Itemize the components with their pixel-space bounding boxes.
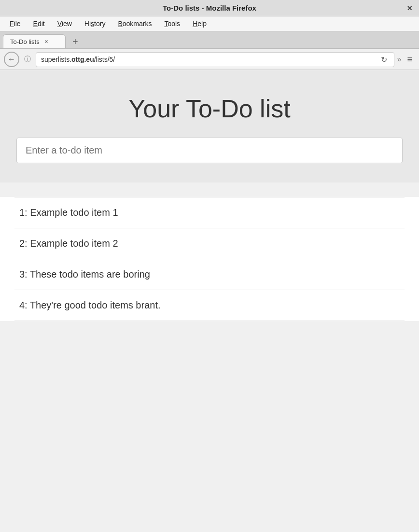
tab-todo-lists[interactable]: To-Do lists × bbox=[3, 34, 66, 48]
page-header: Your To-Do list bbox=[0, 70, 419, 182]
todo-item: 2: Example todo item 2 bbox=[14, 228, 405, 259]
todo-item: 4: They're good todo items brant. bbox=[14, 290, 405, 321]
window-title: To-Do lists - Mozilla Firefox bbox=[163, 4, 256, 12]
todo-item: 3: These todo items are boring bbox=[14, 259, 405, 290]
menu-bar: File Edit View History Bookmarks Tools H… bbox=[0, 16, 419, 31]
url-display: superlists.ottg.eu/lists/5/ bbox=[41, 56, 376, 63]
tab-bar: To-Do lists × + bbox=[0, 31, 419, 49]
forward-button[interactable]: » bbox=[397, 55, 402, 64]
hamburger-menu-icon[interactable]: ≡ bbox=[404, 55, 415, 65]
menu-tools[interactable]: Tools bbox=[159, 18, 185, 29]
todo-list: 1: Example todo item 12: Example todo it… bbox=[0, 197, 419, 321]
back-icon: ← bbox=[8, 55, 15, 64]
address-bar[interactable]: superlists.ottg.eu/lists/5/ ↻ bbox=[36, 52, 394, 67]
nav-bar: ← ⓘ superlists.ottg.eu/lists/5/ ↻ » ≡ bbox=[0, 49, 419, 70]
title-bar: To-Do lists - Mozilla Firefox × bbox=[0, 0, 419, 16]
menu-edit[interactable]: Edit bbox=[28, 18, 50, 29]
info-icon[interactable]: ⓘ bbox=[22, 55, 33, 64]
todo-item: 1: Example todo item 1 bbox=[14, 197, 405, 228]
reload-button[interactable]: ↻ bbox=[379, 55, 389, 64]
todo-input-container[interactable] bbox=[16, 138, 403, 163]
menu-history[interactable]: History bbox=[80, 18, 111, 29]
menu-bookmarks[interactable]: Bookmarks bbox=[113, 18, 156, 29]
menu-help[interactable]: Help bbox=[188, 18, 211, 29]
back-button[interactable]: ← bbox=[4, 52, 19, 67]
menu-file[interactable]: File bbox=[5, 18, 26, 29]
tab-label: To-Do lists bbox=[10, 38, 40, 45]
tab-close-button[interactable]: × bbox=[44, 38, 48, 45]
new-tab-button[interactable]: + bbox=[68, 35, 83, 48]
page-title: Your To-Do list bbox=[10, 94, 409, 123]
todo-input[interactable] bbox=[26, 145, 393, 156]
menu-view[interactable]: View bbox=[53, 18, 77, 29]
close-button[interactable]: × bbox=[407, 3, 412, 13]
